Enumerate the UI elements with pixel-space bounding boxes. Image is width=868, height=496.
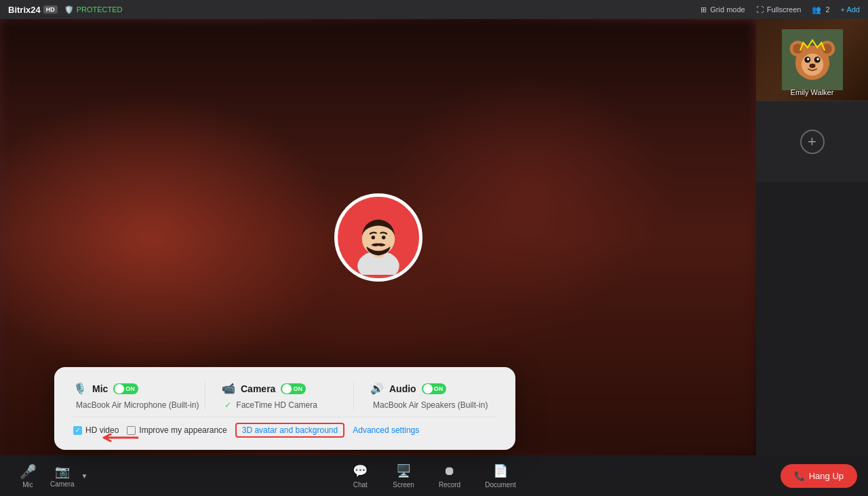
- bottom-toolbar: 🎤 Mic 📷 Camera ▼ 💬 Chat 🖥️ Screen ⏺ Reco…: [0, 455, 868, 496]
- user-avatar: [334, 193, 422, 282]
- audio-settings-col: 🔊 Audio ON MacBook Air Speakers (Built-i…: [353, 382, 496, 410]
- hang-up-button[interactable]: 📞 Hang Up: [781, 464, 857, 488]
- hang-up-label: Hang Up: [809, 471, 844, 481]
- checkmark-icon: ✓: [75, 427, 81, 434]
- svg-point-15: [806, 58, 809, 60]
- svg-point-5: [381, 235, 385, 240]
- record-icon: ⏺: [441, 463, 458, 479]
- camera-button-label: Camera: [50, 480, 75, 488]
- mic-header: 🎙️ Mic ON: [73, 382, 199, 395]
- document-icon: 📄: [492, 463, 509, 479]
- camera-settings-icon: 📹: [222, 382, 235, 395]
- mic-button[interactable]: 🎤 Mic: [11, 461, 45, 491]
- top-bar-right: ⊞ Grid mode ⛶ Fullscreen 👥 2 + Add: [701, 5, 860, 14]
- avatar-background-link[interactable]: 3D avatar and background: [235, 423, 344, 438]
- chat-button[interactable]: 💬 Chat: [345, 460, 375, 491]
- hd-badge: HD: [43, 5, 58, 14]
- record-button[interactable]: ⏺ Record: [432, 460, 467, 491]
- brand-name: Bitrix24: [8, 5, 41, 15]
- grid-mode-button[interactable]: ⊞ Grid mode: [701, 5, 745, 14]
- protected-label: PROTECTED: [77, 5, 123, 14]
- svg-point-16: [816, 58, 819, 60]
- camera-settings-col: 📹 Camera ON ✓ FaceTime HD Camera: [205, 382, 348, 410]
- top-bar-left: Bitrix24 HD 🛡️ PROTECTED: [8, 5, 123, 15]
- mic-button-label: Mic: [22, 481, 33, 489]
- arrow-indicator: [100, 431, 141, 447]
- screen-label: Screen: [393, 481, 414, 489]
- svg-point-4: [371, 235, 375, 240]
- shield-icon: 🛡️: [64, 5, 74, 14]
- audio-label: Audio: [389, 383, 416, 394]
- mic-settings-col: 🎙️ Mic ON MacBook Air Microphone (Built-…: [73, 382, 199, 410]
- camera-btn-group: 📷 Camera ▼: [45, 461, 87, 491]
- grid-icon: ⊞: [701, 5, 707, 14]
- fullscreen-label: Fullscreen: [767, 5, 802, 14]
- camera-device: ✓ FaceTime HD Camera: [222, 400, 348, 410]
- brand-logo: Bitrix24 HD: [8, 5, 58, 15]
- participants-count: 2: [825, 5, 829, 14]
- toolbar-right: 📞 Hang Up: [781, 464, 857, 488]
- right-sidebar: Emily Walker +: [756, 19, 868, 455]
- document-label: Document: [485, 481, 516, 489]
- appearance-label[interactable]: Improve my appearance: [127, 425, 226, 435]
- arrow-svg: [100, 431, 141, 444]
- participants-info: 👥 2: [812, 5, 829, 14]
- fullscreen-icon: ⛶: [756, 5, 764, 14]
- emily-avatar-svg: [782, 29, 843, 90]
- mic-label: Mic: [92, 383, 108, 394]
- participant-tile: Emily Walker: [756, 19, 868, 100]
- camera-label: Camera: [241, 383, 275, 394]
- document-button[interactable]: 📄 Document: [478, 460, 523, 491]
- check-icon: ✓: [224, 400, 231, 410]
- screen-icon: 🖥️: [395, 463, 412, 479]
- advanced-settings-link[interactable]: Advanced settings: [353, 425, 419, 435]
- audio-header: 🔊 Audio ON: [370, 382, 496, 395]
- camera-toolbar-icon: 📷: [55, 464, 70, 479]
- toolbar-center: 💬 Chat 🖥️ Screen ⏺ Record 📄 Document: [345, 460, 523, 491]
- toolbar-left: 🎤 Mic 📷 Camera ▼: [11, 461, 87, 491]
- camera-button[interactable]: 📷 Camera: [45, 461, 80, 491]
- mic-toggle-knob: [115, 384, 124, 394]
- add-participant-tile[interactable]: +: [756, 100, 868, 182]
- chat-icon: 💬: [352, 463, 368, 479]
- add-participant-icon: +: [800, 130, 825, 154]
- camera-chevron-icon[interactable]: ▼: [81, 472, 88, 480]
- audio-icon: 🔊: [370, 382, 384, 395]
- protected-badge: 🛡️ PROTECTED: [64, 5, 123, 14]
- mic-toolbar-icon: 🎤: [20, 463, 37, 480]
- mic-icon: 🎙️: [73, 382, 87, 395]
- svg-point-17: [809, 64, 815, 68]
- camera-toggle-text: ON: [293, 385, 302, 392]
- audio-toggle-knob: [423, 384, 433, 394]
- hd-video-checkbox[interactable]: ✓: [73, 426, 82, 435]
- audio-device: MacBook Air Speakers (Built-in): [370, 400, 496, 410]
- camera-toggle[interactable]: ON: [281, 383, 306, 394]
- top-bar: Bitrix24 HD 🛡️ PROTECTED ⊞ Grid mode ⛶ F…: [0, 0, 868, 19]
- mic-toggle-text: ON: [125, 385, 135, 392]
- user-avatar-container: [334, 193, 422, 282]
- grid-mode-label: Grid mode: [710, 5, 745, 14]
- user-avatar-svg: [341, 200, 416, 275]
- phone-icon: 📞: [794, 471, 805, 481]
- camera-toggle-knob: [282, 384, 292, 394]
- record-label: Record: [439, 481, 460, 489]
- participant-name: Emily Walker: [756, 88, 868, 96]
- settings-row: 🎙️ Mic ON MacBook Air Microphone (Built-…: [73, 382, 496, 410]
- mic-toggle[interactable]: ON: [113, 383, 138, 394]
- screen-button[interactable]: 🖥️ Screen: [386, 460, 421, 491]
- appearance-text: Improve my appearance: [139, 425, 226, 435]
- camera-header: 📹 Camera ON: [222, 382, 348, 395]
- add-participant-button[interactable]: + Add: [841, 5, 860, 14]
- mic-device: MacBook Air Microphone (Built-in): [73, 400, 199, 410]
- chat-label: Chat: [353, 481, 368, 489]
- audio-toggle[interactable]: ON: [422, 383, 447, 394]
- participants-icon: 👥: [812, 5, 821, 14]
- fullscreen-button[interactable]: ⛶ Fullscreen: [756, 5, 802, 14]
- audio-toggle-text: ON: [434, 385, 443, 392]
